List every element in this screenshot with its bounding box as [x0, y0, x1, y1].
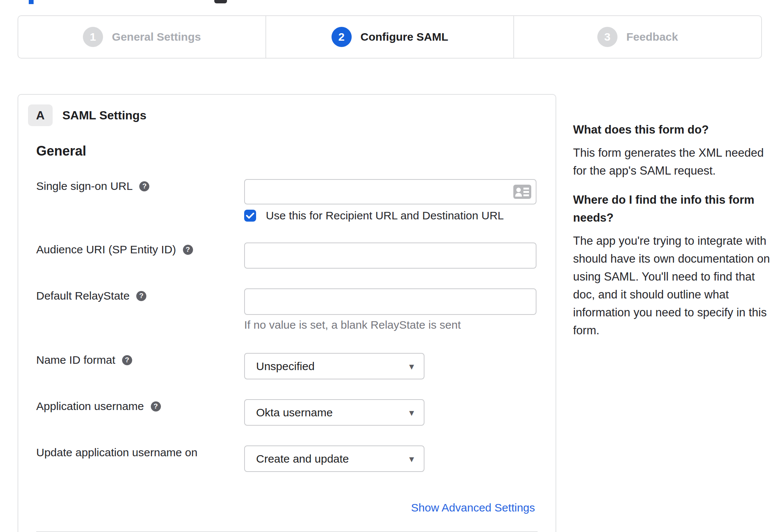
show-advanced-settings-link[interactable]: Show Advanced Settings [411, 501, 535, 514]
sso-url-input-wrap [244, 179, 536, 204]
audience-uri-input[interactable] [244, 242, 536, 269]
update-username-label-text: Update application username on [36, 446, 197, 459]
step-feedback[interactable]: 3 Feedback [514, 16, 761, 58]
cropped-app-icon-fragment [214, 0, 227, 3]
update-username-label: Update application username on [36, 444, 197, 461]
audience-uri-label: Audience URI (SP Entity ID) ? [36, 241, 193, 258]
sidebar-question-2: Where do I find the info this form needs… [573, 191, 773, 227]
panel-title: SAML Settings [62, 104, 146, 126]
sso-url-input[interactable] [244, 179, 536, 204]
check-icon [246, 212, 254, 219]
caret-down-icon: ▾ [409, 360, 414, 372]
relay-state-label-text: Default RelayState [36, 290, 130, 302]
update-username-value: Create and update [256, 453, 349, 465]
step-2-number: 2 [332, 27, 352, 47]
cropped-header-logo-fragment [29, 0, 34, 4]
recipient-url-checkbox-label: Use this for Recipient URL and Destinati… [266, 209, 504, 222]
application-username-select[interactable]: Okta username ▾ [244, 399, 424, 426]
sso-url-label-text: Single sign-on URL [36, 180, 133, 193]
help-icon[interactable]: ? [139, 181, 149, 191]
step-3-label: Feedback [626, 31, 678, 43]
saml-settings-panel: A SAML Settings General Single sign-on U… [18, 94, 556, 532]
section-a-badge: A [28, 104, 53, 126]
caret-down-icon: ▾ [409, 453, 414, 464]
name-id-format-label-text: Name ID format [36, 354, 115, 366]
help-icon[interactable]: ? [151, 401, 161, 411]
update-username-select[interactable]: Create and update ▾ [244, 445, 424, 472]
sso-checkbox-row: Use this for Recipient URL and Destinati… [244, 209, 504, 222]
sidebar-answer-1: This form generates the XML needed for t… [573, 144, 773, 180]
relay-state-input-wrap [244, 288, 536, 315]
help-icon[interactable]: ? [122, 355, 132, 365]
step-1-label: General Settings [112, 31, 201, 43]
name-id-format-value: Unspecified [256, 360, 315, 373]
step-1-number: 1 [83, 27, 103, 47]
audience-uri-input-wrap [244, 242, 536, 269]
step-3-number: 3 [597, 27, 617, 47]
audience-uri-label-text: Audience URI (SP Entity ID) [36, 243, 176, 256]
sidebar-answer-2: The app you're trying to integrate with … [573, 232, 773, 339]
name-id-format-select[interactable]: Unspecified ▾ [244, 353, 424, 379]
caret-down-icon: ▾ [409, 407, 414, 418]
step-2-label: Configure SAML [361, 31, 448, 43]
general-section-heading: General [36, 143, 86, 159]
recipient-url-checkbox[interactable] [244, 210, 256, 222]
help-icon[interactable]: ? [136, 291, 146, 301]
relay-state-label: Default RelayState ? [36, 288, 146, 304]
help-icon[interactable]: ? [183, 245, 193, 255]
help-sidebar: What does this form do? This form genera… [573, 121, 773, 339]
name-id-format-label: Name ID format ? [36, 352, 132, 368]
sidebar-question-1: What does this form do? [573, 121, 773, 139]
application-username-label: Application username ? [36, 398, 161, 414]
sso-url-label: Single sign-on URL ? [36, 178, 149, 194]
contact-card-icon [513, 185, 531, 199]
relay-state-input[interactable] [244, 288, 536, 315]
application-username-value: Okta username [256, 406, 333, 419]
wizard-stepper: 1 General Settings 2 Configure SAML 3 Fe… [18, 15, 762, 59]
step-configure-saml[interactable]: 2 Configure SAML [266, 16, 514, 58]
step-general-settings[interactable]: 1 General Settings [18, 16, 266, 58]
relay-state-hint: If no value is set, a blank RelayState i… [244, 319, 461, 331]
application-username-label-text: Application username [36, 400, 144, 413]
